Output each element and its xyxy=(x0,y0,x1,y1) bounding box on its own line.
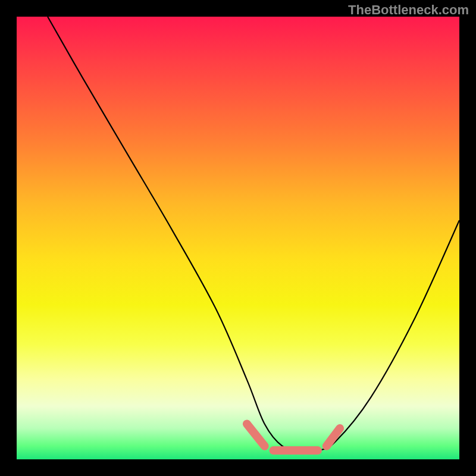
bottleneck-curve-path xyxy=(48,17,459,452)
highlight-segment xyxy=(247,424,265,446)
chart-plot-area xyxy=(17,17,459,459)
curve-overlay xyxy=(17,17,459,459)
highlight-markers xyxy=(247,424,340,450)
highlight-segment xyxy=(327,428,340,446)
watermark-text: TheBottleneck.com xyxy=(348,2,469,18)
